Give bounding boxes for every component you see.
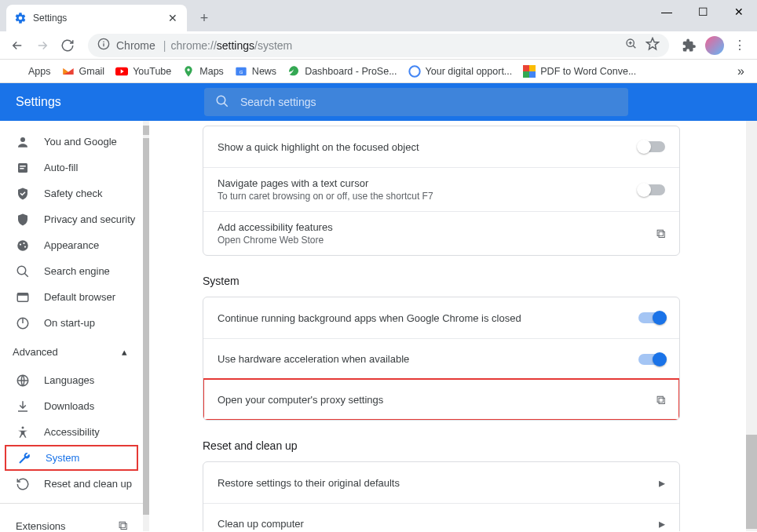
main-scrollbar[interactable]: [746, 121, 757, 531]
omnibox-chrome-label: Chrome: [116, 39, 155, 52]
zoom-icon[interactable]: [625, 38, 638, 53]
reset-card: Restore settings to their original defau…: [203, 461, 680, 531]
gear-icon: [14, 12, 27, 24]
sidebar-extensions[interactable]: Extensions⧉: [0, 510, 143, 531]
toggle-hw-accel[interactable]: [638, 354, 665, 365]
sidebar-you-and-google[interactable]: You and Google: [0, 129, 143, 155]
svg-point-18: [23, 242, 24, 243]
sidebar-default-browser[interactable]: Default browser: [0, 284, 143, 310]
row-proxy-settings[interactable]: Open your computer's proxy settings ⧉: [203, 379, 679, 420]
sidebar-reset[interactable]: Reset and clean up: [0, 471, 143, 497]
sidebar-search-engine[interactable]: Search engine: [0, 258, 143, 284]
download-icon: [16, 399, 30, 414]
row-add-accessibility[interactable]: Add accessibility featuresOpen Chrome We…: [203, 211, 679, 255]
sidebar-on-startup[interactable]: On start-up: [0, 310, 143, 336]
forward-button[interactable]: [31, 35, 53, 56]
external-link-icon: ⧉: [119, 519, 127, 531]
settings-main: Show a quick highlight on the focused ob…: [149, 121, 757, 531]
settings-sidebar: You and Google Auto-fill Safety check Pr…: [0, 121, 143, 531]
gmail-icon: [62, 65, 75, 78]
restore-icon: [16, 477, 30, 491]
svg-rect-7: [523, 65, 529, 71]
section-title-reset: Reset and clean up: [203, 439, 746, 452]
external-link-icon: ⧉: [656, 227, 665, 241]
titlebar: Settings ✕ + — ☐ ✕: [0, 0, 757, 31]
settings-header: Settings Search settings: [0, 83, 757, 121]
url-rest: /system: [254, 39, 292, 52]
new-tab-button[interactable]: +: [193, 7, 215, 29]
search-placeholder: Search settings: [240, 96, 316, 108]
chevron-right-icon: ▸: [659, 476, 665, 490]
extensions-icon[interactable]: [678, 35, 700, 56]
sidebar-appearance[interactable]: Appearance: [0, 232, 143, 258]
close-window-button[interactable]: ✕: [721, 0, 757, 24]
sidebar-downloads[interactable]: Downloads: [0, 393, 143, 419]
bookmark-dashboard[interactable]: Dashboard - ProSe...: [283, 62, 401, 81]
browser-tab[interactable]: Settings ✕: [6, 5, 187, 31]
maximize-button[interactable]: ☐: [685, 0, 721, 24]
svg-point-11: [217, 96, 225, 104]
reload-button[interactable]: [57, 35, 79, 56]
chevron-up-icon: ▴: [122, 346, 127, 358]
sidebar-scrollbar[interactable]: [143, 121, 149, 531]
minimize-button[interactable]: —: [649, 0, 685, 24]
bookmark-star-icon[interactable]: [645, 37, 660, 53]
row-background-apps[interactable]: Continue running background apps when Go…: [203, 297, 679, 338]
bookmark-digital[interactable]: Your digital opport...: [404, 62, 517, 81]
external-link-icon: ⧉: [656, 393, 665, 407]
palette-icon: [16, 239, 30, 253]
search-icon: [16, 264, 30, 279]
site-info-icon[interactable]: [97, 38, 110, 53]
svg-rect-8: [529, 65, 536, 71]
settings-search[interactable]: Search settings: [204, 88, 628, 116]
row-caret-browsing[interactable]: Navigate pages with a text cursorTo turn…: [203, 167, 679, 211]
row-cleanup[interactable]: Clean up computer ▸: [203, 503, 679, 531]
row-restore-defaults[interactable]: Restore settings to their original defau…: [203, 462, 679, 503]
svg-point-20: [17, 266, 26, 275]
sidebar-advanced[interactable]: Advanced▴: [0, 336, 143, 367]
apps-icon: [11, 65, 24, 78]
bookmark-youtube[interactable]: YouTube: [111, 62, 176, 81]
svg-point-25: [22, 426, 24, 428]
menu-button[interactable]: ⋮: [729, 35, 751, 56]
sidebar-privacy[interactable]: Privacy and security: [0, 206, 143, 232]
settings-title: Settings: [0, 95, 204, 109]
address-bar[interactable]: Chrome | chrome://settings/system: [88, 34, 669, 57]
shield-icon: [16, 213, 30, 227]
bookmark-news[interactable]: G News: [230, 62, 281, 81]
browser-icon: [16, 290, 30, 304]
bookmark-pdf[interactable]: PDF to Word Conve...: [518, 62, 641, 81]
bookmark-gmail[interactable]: Gmail: [57, 62, 110, 81]
browser-toolbar: Chrome | chrome://settings/system ⋮: [0, 31, 757, 60]
youtube-icon: [115, 65, 128, 78]
row-hw-accel[interactable]: Use hardware acceleration when available: [203, 338, 679, 379]
toggle-quick-highlight[interactable]: [638, 141, 665, 152]
sidebar-autofill[interactable]: Auto-fill: [0, 155, 143, 180]
url-strong: settings: [217, 39, 254, 52]
person-icon: [16, 135, 30, 149]
bookmark-apps[interactable]: Apps: [6, 62, 56, 81]
svg-point-3: [188, 68, 190, 71]
back-button[interactable]: [6, 35, 28, 56]
row-quick-highlight[interactable]: Show a quick highlight on the focused ob…: [203, 126, 679, 167]
window-controls: — ☐ ✕: [649, 0, 757, 24]
svg-rect-14: [20, 166, 26, 167]
sidebar-languages[interactable]: Languages: [0, 367, 143, 393]
bookmarks-overflow[interactable]: »: [731, 61, 751, 82]
sidebar-accessibility[interactable]: Accessibility: [0, 419, 143, 445]
sidebar-safety-check[interactable]: Safety check: [0, 180, 143, 206]
url-prefix: chrome://: [170, 39, 216, 52]
toggle-caret[interactable]: [638, 184, 665, 195]
power-icon: [16, 316, 30, 330]
close-tab-button[interactable]: ✕: [166, 12, 179, 24]
sidebar-system[interactable]: System: [5, 445, 138, 471]
maps-icon: [182, 65, 195, 78]
shield-check-icon: [16, 187, 30, 201]
bookmark-maps[interactable]: Maps: [177, 62, 229, 81]
accessibility-card: Show a quick highlight on the focused ob…: [203, 126, 680, 256]
svg-text:G: G: [240, 69, 243, 74]
svg-rect-10: [529, 71, 536, 78]
profile-avatar[interactable]: [704, 35, 726, 56]
toggle-bg-apps[interactable]: [638, 312, 665, 323]
pdf-icon: [523, 65, 536, 78]
